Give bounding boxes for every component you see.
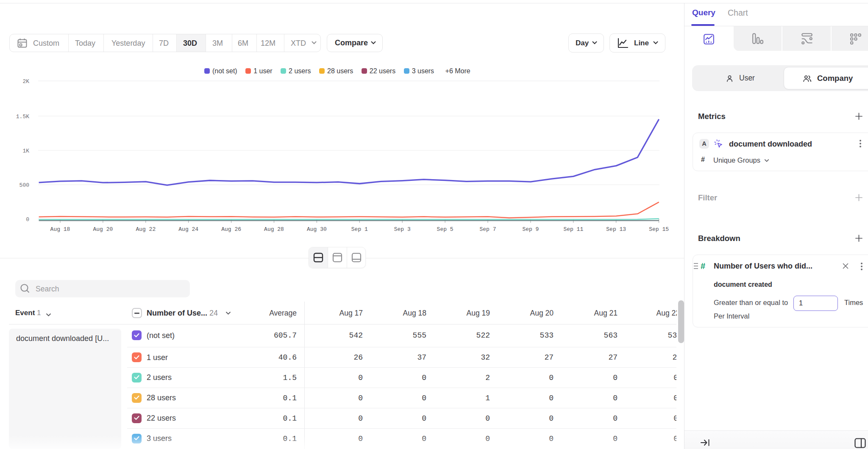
svg-text:Aug 18: Aug 18 [50, 226, 70, 233]
svg-text:Sep 11: Sep 11 [563, 226, 583, 233]
svg-text:2K: 2K [22, 78, 29, 85]
svg-text:Sep 5: Sep 5 [437, 226, 453, 233]
svg-text:Sep 7: Sep 7 [479, 226, 496, 233]
svg-text:500: 500 [19, 182, 29, 188]
svg-text:Sep 13: Sep 13 [606, 226, 626, 233]
svg-text:Sep 9: Sep 9 [522, 226, 539, 233]
svg-text:1K: 1K [22, 148, 29, 154]
svg-text:Aug 30: Aug 30 [307, 226, 327, 233]
svg-text:Aug 20: Aug 20 [93, 226, 113, 233]
svg-text:1.5K: 1.5K [16, 114, 29, 120]
svg-text:Aug 26: Aug 26 [221, 226, 241, 233]
svg-text:Sep 15: Sep 15 [649, 226, 669, 233]
svg-text:0: 0 [26, 216, 29, 223]
svg-text:Sep 1: Sep 1 [351, 226, 368, 233]
svg-text:Aug 22: Aug 22 [136, 226, 156, 233]
svg-text:Aug 24: Aug 24 [178, 226, 198, 233]
svg-text:Sep 3: Sep 3 [394, 226, 411, 233]
svg-text:Aug 28: Aug 28 [264, 226, 284, 233]
